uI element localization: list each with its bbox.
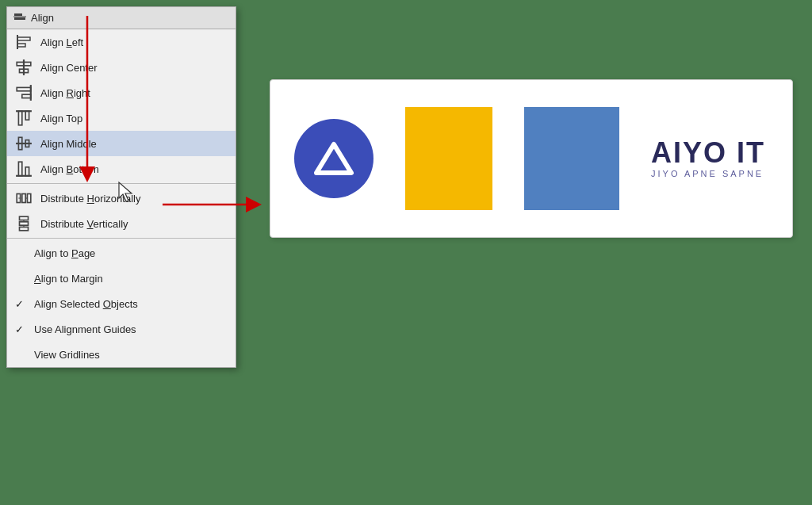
aiyo-sub-text: JIYO APNE SAPNE [651,169,764,178]
logo-circle [294,119,373,198]
menu-item-distribute-vertically[interactable]: Distribute Vertically [7,211,236,236]
svg-rect-29 [20,227,29,230]
svg-rect-24 [27,194,30,203]
svg-marker-34 [316,144,351,173]
svg-rect-20 [25,167,29,176]
align-right-icon [15,84,33,101]
align-left-icon [15,33,33,51]
align-middle-label: Align Middle [40,138,97,150]
svg-rect-14 [25,111,29,120]
menu-item-distribute-horizontally[interactable]: Distribute Horizontally [7,186,236,211]
svg-rect-5 [17,44,25,47]
align-top-icon [15,109,33,127]
align-right-label: Align Right [40,87,90,99]
check-align-selected: ✓ [15,298,26,310]
menu-item-align-left[interactable]: Align Left [7,29,236,55]
svg-rect-0 [14,13,22,16]
blue-square [524,107,619,210]
aiyo-text-group: AIYO IT JIYO APNE SAPNE [651,139,765,178]
align-top-label: Align Top [40,113,82,124]
check-align-to-margin [15,273,26,285]
preview-panel: AIYO IT JIYO APNE SAPNE [270,79,793,238]
align-left-label: Align Left [40,36,83,48]
align-bottom-icon [15,160,33,178]
menu-item-align-selected-objects[interactable]: ✓ Align Selected Objects [7,291,236,316]
svg-rect-23 [22,194,25,203]
dropdown-header[interactable]: Align [7,7,236,29]
menu-item-align-middle[interactable]: Align Middle [7,131,236,156]
check-view-gridlines [15,349,26,361]
align-header-icon [13,10,26,25]
menu-item-use-alignment-guides[interactable]: ✓ Use Alignment Guides [7,316,236,342]
view-gridlines-label: View Gridlines [34,349,100,361]
aiyo-main-text: AIYO IT [651,139,765,167]
separator-1 [7,183,236,184]
align-dropdown: Align Align Left Align Center [6,6,236,368]
align-to-margin-label: Align to Margin [34,273,103,285]
svg-rect-27 [20,216,29,220]
svg-rect-19 [18,162,21,176]
menu-item-align-to-page[interactable]: Align to Page [7,240,236,266]
align-bottom-label: Align Bottom [40,163,99,175]
align-selected-objects-label: Align Selected Objects [34,298,138,310]
dist-v-icon [15,215,33,232]
menu-item-view-gridlines[interactable]: View Gridlines [7,342,236,367]
svg-rect-13 [18,111,21,125]
separator-2 [7,238,236,239]
menu-item-align-right[interactable]: Align Right [7,80,236,105]
menu-item-align-top[interactable]: Align Top [7,105,236,131]
svg-rect-4 [17,37,30,40]
svg-rect-10 [17,87,31,90]
menu-item-align-center[interactable]: Align Center [7,55,236,80]
dist-h-icon [15,189,33,207]
svg-rect-28 [20,222,29,225]
align-center-icon [15,59,33,76]
dist-h-label: Distribute Horizontally [40,193,140,205]
check-align-to-page [15,247,26,259]
check-alignment-guides: ✓ [15,323,26,335]
align-to-page-label: Align to Page [34,247,95,259]
menu-item-align-to-margin[interactable]: Align to Margin [7,266,236,291]
svg-rect-11 [22,94,31,98]
align-middle-icon [15,135,33,152]
dropdown-title: Align [31,12,54,24]
dist-v-label: Distribute Vertically [40,218,128,230]
menu-item-align-bottom[interactable]: Align Bottom [7,156,236,182]
logo-icon [310,135,358,182]
yellow-square [405,107,492,210]
align-center-label: Align Center [40,62,98,74]
use-alignment-guides-label: Use Alignment Guides [34,323,136,335]
svg-rect-1 [14,17,25,20]
